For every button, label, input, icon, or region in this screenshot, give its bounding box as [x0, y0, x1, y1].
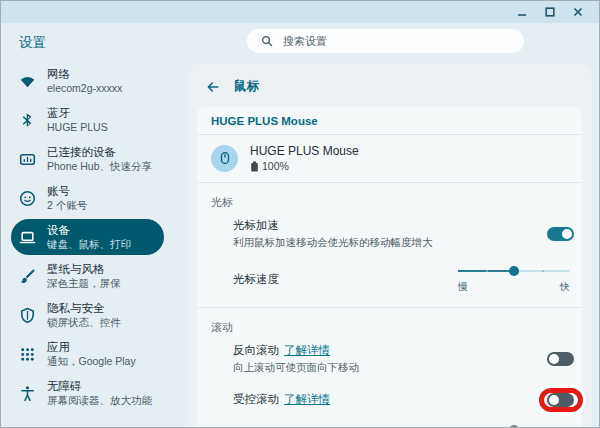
- battery-status: 100%: [250, 160, 359, 172]
- mouse-avatar: [211, 145, 238, 172]
- sidebar-item-shield[interactable]: 隐私与安全 锁屏状态、控件: [11, 297, 164, 333]
- sidebar-item-bluetooth[interactable]: 蓝牙 HUGE PLUS: [11, 102, 164, 138]
- controlled-scroll-label: 受控滚动: [233, 393, 279, 405]
- slider-thumb[interactable]: [509, 266, 519, 276]
- controlled-scroll-toggle[interactable]: [547, 393, 574, 407]
- mouse-settings-card: HUGE PLUS Mouse HUGE PLUS Mouse 100%: [197, 107, 582, 428]
- app-title: 设置: [19, 34, 46, 52]
- sidebar-item-label: 应用: [47, 340, 136, 355]
- cursor-acceleration-description: 利用鼠标加速移动会使光标的移动幅度增大: [233, 236, 433, 250]
- sidebar-item-label: 蓝牙: [47, 106, 108, 121]
- reverse-scroll-row: 反向滚动了解详情 向上滚动可使页面向下移动: [197, 343, 582, 375]
- reverse-scroll-description: 向上滚动可使页面向下移动: [233, 361, 359, 375]
- close-icon[interactable]: [572, 7, 583, 18]
- connected-devices-icon: [19, 151, 36, 168]
- cursor-acceleration-label: 光标加速: [233, 218, 433, 233]
- cursor-speed-row: 光标速度 慢 快: [197, 265, 582, 294]
- sidebar-item-label: 壁纸与风格: [47, 262, 121, 277]
- device-name: HUGE PLUS Mouse: [250, 144, 359, 158]
- sidebar-item-laptop[interactable]: 设备 键盘、鼠标、打印: [11, 219, 164, 255]
- shield-icon: [19, 307, 36, 324]
- sidebar-item-sublabel: 深色主题，屏保: [47, 277, 121, 290]
- sidebar-item-label: 无障碍: [47, 379, 152, 394]
- cursor-speed-label: 光标速度: [233, 272, 279, 287]
- search-icon: [261, 35, 273, 47]
- wifi-icon: [19, 73, 36, 90]
- page-title: 鼠标: [234, 78, 259, 95]
- section-title-cursor: 光标: [197, 183, 582, 210]
- cursor-acceleration-row: 光标加速 利用鼠标加速移动会使光标的移动幅度增大: [197, 218, 582, 250]
- sidebar-item-sublabel: 2 个账号: [47, 199, 87, 212]
- device-row: HUGE PLUS Mouse 100%: [197, 135, 582, 183]
- section-title-scroll: 滚动: [197, 308, 582, 335]
- bluetooth-icon: [19, 112, 36, 129]
- sidebar-item-accessibility[interactable]: 无障碍 屏幕阅读器、放大功能: [11, 375, 164, 411]
- sidebar-item-sublabel: 屏幕阅读器、放大功能: [47, 394, 152, 407]
- reverse-scroll-label: 反向滚动: [233, 344, 279, 356]
- sidebar-item-label: 已连接的设备: [47, 145, 152, 160]
- sidebar-item-sublabel: elecom2g-xxxxx: [47, 82, 122, 95]
- reverse-scroll-toggle[interactable]: [547, 352, 574, 366]
- sidebar-item-apps[interactable]: 应用 通知，Google Play: [11, 336, 164, 372]
- maximize-icon[interactable]: [544, 7, 555, 18]
- sidebar-item-sublabel: 锁屏状态、控件: [47, 316, 121, 329]
- sidebar: 网络 elecom2g-xxxxx 蓝牙 HUGE PLUS 已连接的设备 Ph…: [1, 63, 188, 414]
- mouse-icon: [218, 151, 232, 165]
- sidebar-item-label: 账号: [47, 184, 87, 199]
- back-arrow-icon: [206, 80, 220, 94]
- sidebar-item-wallpaper[interactable]: 壁纸与风格 深色主题，屏保: [11, 258, 164, 294]
- search-input[interactable]: [283, 35, 514, 47]
- sidebar-item-label: 网络: [47, 67, 122, 82]
- cursor-speed-slider[interactable]: 慢 快: [458, 265, 570, 294]
- sidebar-item-wifi[interactable]: 网络 elecom2g-xxxxx: [11, 63, 164, 99]
- page-header: 鼠标: [188, 63, 592, 95]
- settings-window: 设置 网络 elecom2g-xxxxx 蓝牙 HUGE PLUS: [0, 0, 600, 428]
- controlled-scroll-learn-more-link[interactable]: 了解详情: [284, 393, 330, 405]
- scroll-speed-slider[interactable]: 慢 快: [458, 424, 570, 428]
- laptop-icon: [19, 229, 36, 246]
- scroll-speed-row: 滚动速度 慢 快: [197, 424, 582, 428]
- slider-slow-label: 慢: [458, 280, 468, 294]
- back-button[interactable]: [206, 80, 220, 94]
- sidebar-item-sublabel: HUGE PLUS: [47, 121, 108, 134]
- apps-icon: [19, 346, 36, 363]
- sidebar-item-label: 隐私与安全: [47, 301, 121, 316]
- sidebar-item-account[interactable]: 账号 2 个账号: [11, 180, 164, 216]
- account-icon: [19, 190, 36, 207]
- wallpaper-icon: [19, 268, 36, 285]
- main-panel: 鼠标 HUGE PLUS Mouse HUGE PLUS Mouse 100%: [188, 63, 592, 428]
- sidebar-item-label: 设备: [47, 223, 131, 238]
- app-header: 设置: [1, 23, 599, 63]
- titlebar: [1, 1, 599, 23]
- sidebar-item-sublabel: 键盘、鼠标、打印: [47, 238, 131, 251]
- sidebar-item-sublabel: Phone Hub、快速分享: [47, 160, 152, 173]
- sidebar-item-connected-devices[interactable]: 已连接的设备 Phone Hub、快速分享: [11, 141, 164, 177]
- battery-percent: 100%: [262, 160, 289, 172]
- sidebar-item-sublabel: 通知，Google Play: [47, 355, 136, 368]
- card-title: HUGE PLUS Mouse: [197, 107, 582, 135]
- search-bar[interactable]: [247, 29, 524, 53]
- slider-fast-label: 快: [560, 280, 570, 294]
- battery-icon: [250, 161, 259, 172]
- controlled-scroll-row: 受控滚动了解详情: [197, 392, 582, 407]
- minimize-icon[interactable]: [516, 7, 527, 18]
- cursor-acceleration-toggle[interactable]: [547, 227, 574, 241]
- accessibility-icon: [19, 385, 36, 402]
- reverse-scroll-learn-more-link[interactable]: 了解详情: [284, 344, 330, 356]
